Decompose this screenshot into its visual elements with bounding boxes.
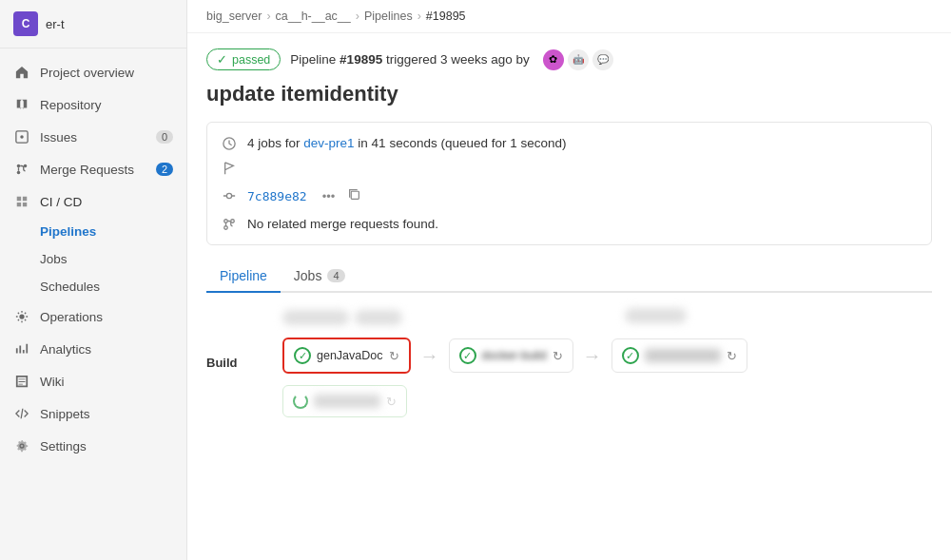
job-blurred-1[interactable]: ✓ blurred name ↻	[611, 338, 747, 373]
avatar: C	[13, 11, 38, 36]
pipeline-stage-area: Build ✓ genJavaDoc ↻ → ✓ docker-build ↻	[206, 308, 932, 417]
sidebar-item-cicd[interactable]: CI / CD	[0, 185, 186, 218]
svg-point-2	[17, 164, 21, 168]
sidebar-item-snippets[interactable]: Snippets	[0, 397, 186, 430]
job-name-4: blurred build	[314, 395, 380, 408]
pipeline-info: Pipeline #19895 triggered 3 weeks ago by	[290, 52, 529, 67]
breadcrumb-project[interactable]: ca__h-__ac__	[276, 10, 351, 23]
col-label-1	[282, 310, 349, 325]
analytics-icon	[13, 340, 30, 357]
sidebar-item-pipelines[interactable]: Pipelines	[0, 218, 186, 245]
svg-point-4	[17, 171, 21, 175]
sidebar-item-operations[interactable]: Operations	[0, 300, 186, 333]
branch-link[interactable]: dev-pre1	[303, 136, 354, 150]
job-refresh-icon[interactable]: ↻	[389, 349, 399, 363]
job-success-icon: ✓	[294, 347, 311, 364]
content-area: ✓ passed Pipeline #19895 triggered 3 wee…	[187, 33, 951, 560]
cicd-icon	[13, 193, 30, 210]
sidebar-item-merge-requests[interactable]: Merge Requests 2	[0, 153, 186, 185]
sidebar-header[interactable]: C er-t	[0, 0, 186, 48]
home-icon	[13, 64, 30, 81]
commit-more-button[interactable]: •••	[319, 187, 340, 205]
tab-jobs[interactable]: Jobs 4	[281, 261, 359, 293]
svg-point-10	[224, 225, 228, 229]
breadcrumb-server[interactable]: big_server	[206, 10, 262, 23]
commit-info-row: 7c889e82 •••	[223, 186, 916, 205]
job-success-icon-3: ✓	[622, 347, 639, 364]
sidebar-item-analytics[interactable]: Analytics	[0, 333, 186, 365]
merge-request-icon	[223, 218, 240, 231]
status-row: ✓ passed Pipeline #19895 triggered 3 wee…	[206, 48, 932, 70]
flag-info-row	[223, 162, 916, 175]
issue-icon	[13, 128, 30, 145]
col-label-2	[355, 310, 402, 325]
operations-icon	[13, 308, 30, 325]
pipeline-title: update itemidentity	[206, 82, 932, 106]
svg-point-9	[224, 219, 228, 222]
svg-rect-8	[352, 191, 359, 199]
commit-actions: •••	[319, 186, 365, 205]
sidebar-item-schedules[interactable]: Schedules	[0, 273, 186, 300]
job-name-2: docker-build	[482, 349, 547, 362]
flag-icon	[223, 162, 240, 175]
job-refresh-icon-2[interactable]: ↻	[553, 349, 563, 363]
sidebar-item-project-overview[interactable]: Project overview	[0, 56, 186, 88]
trigger-avatar: ✿	[543, 49, 564, 70]
gear-icon	[13, 437, 30, 454]
job-loading-icon	[293, 394, 308, 409]
sidebar-nav: Project overview Repository Issues 0 Mer…	[0, 48, 186, 560]
job-name: genJavaDoc	[317, 349, 383, 362]
tabs-row: Pipeline Jobs 4	[206, 261, 932, 293]
project-name: er-t	[46, 17, 65, 31]
breadcrumb-pipelines[interactable]: Pipelines	[364, 10, 413, 23]
tab-pipeline[interactable]: Pipeline	[206, 261, 281, 293]
job-success-icon-2: ✓	[459, 347, 476, 364]
connector-2: →	[577, 345, 608, 367]
trigger-icons: ✿ 🤖 💬	[543, 49, 613, 70]
check-icon: ✓	[217, 52, 227, 67]
job-refresh-icon-3[interactable]: ↻	[727, 349, 737, 363]
job-blurred-2[interactable]: blurred build ↻	[282, 385, 407, 417]
job-genjavadoc[interactable]: ✓ genJavaDoc ↻	[282, 338, 411, 374]
breadcrumb: big_server › ca__h-__ac__ › Pipelines › …	[187, 0, 951, 33]
job-name-3: blurred name	[645, 349, 721, 362]
clock-icon	[223, 137, 240, 150]
snippet-icon	[13, 405, 30, 422]
commit-copy-button[interactable]	[344, 186, 364, 205]
breadcrumb-current: #19895	[426, 10, 466, 23]
cicd-subnav: Pipelines Jobs Schedules	[0, 218, 186, 300]
wiki-icon	[13, 373, 30, 390]
jobs-text: 4 jobs for dev-pre1 in 41 seconds (queue…	[247, 136, 567, 150]
col-label-3	[625, 308, 687, 323]
issues-badge: 0	[156, 130, 173, 144]
book-icon	[13, 96, 30, 113]
job-refresh-icon-4[interactable]: ↻	[386, 395, 397, 409]
merge-requests-badge: 2	[156, 163, 173, 176]
info-box: 4 jobs for dev-pre1 in 41 seconds (queue…	[206, 122, 932, 245]
svg-point-1	[20, 135, 24, 139]
svg-point-5	[19, 314, 24, 319]
svg-point-7	[226, 193, 231, 198]
merge-icon	[13, 161, 30, 178]
jobs-info-row: 4 jobs for dev-pre1 in 41 seconds (queue…	[223, 136, 916, 150]
status-badge: ✓ passed	[206, 48, 281, 70]
trigger-chat: 💬	[592, 49, 613, 70]
job-docker-build[interactable]: ✓ docker-build ↻	[449, 338, 573, 373]
merge-request-row: No related merge requests found.	[223, 217, 916, 231]
sidebar-item-issues[interactable]: Issues 0	[0, 121, 186, 153]
main-content: big_server › ca__h-__ac__ › Pipelines › …	[187, 0, 951, 560]
trigger-bot: 🤖	[568, 49, 589, 70]
commit-hash-link[interactable]: 7c889e82	[247, 189, 307, 203]
jobs-tab-count: 4	[327, 269, 344, 282]
sidebar-item-jobs[interactable]: Jobs	[0, 245, 186, 273]
commit-icon	[223, 189, 240, 203]
sidebar-item-wiki[interactable]: Wiki	[0, 365, 186, 397]
sidebar: C er-t Project overview Repository Issue…	[0, 0, 187, 560]
sidebar-item-repository[interactable]: Repository	[0, 88, 186, 121]
connector-1: →	[415, 345, 445, 367]
merge-request-text: No related merge requests found.	[247, 217, 438, 231]
sidebar-item-settings[interactable]: Settings	[0, 430, 186, 462]
build-stage-label: Build	[206, 342, 282, 370]
